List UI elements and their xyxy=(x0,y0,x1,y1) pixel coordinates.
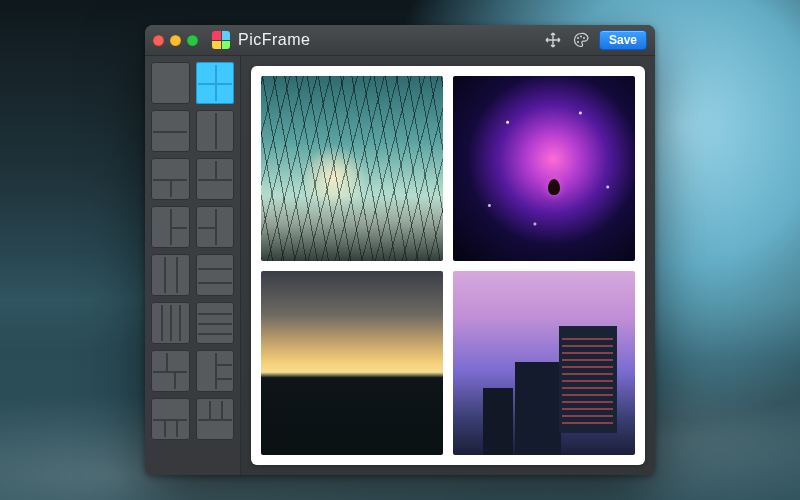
app-window: PicFrame Save xyxy=(145,25,655,475)
app-logo-icon xyxy=(212,31,230,49)
svg-point-1 xyxy=(580,36,582,38)
layout-template-4-rows[interactable] xyxy=(196,302,235,344)
collage-canvas[interactable] xyxy=(251,66,645,465)
layout-template-2v-beside-1[interactable] xyxy=(196,206,235,248)
layout-template-2-over-1[interactable] xyxy=(196,158,235,200)
layout-template-1-over-1[interactable] xyxy=(151,110,190,152)
canvas-area xyxy=(241,56,655,475)
svg-point-2 xyxy=(583,37,585,39)
layout-template-1-beside-1[interactable] xyxy=(196,110,235,152)
photo-slot-3[interactable] xyxy=(261,271,443,456)
close-window-button[interactable] xyxy=(153,35,164,46)
layout-templates-sidebar xyxy=(145,56,241,475)
layout-template-3h-plus-1[interactable] xyxy=(196,398,235,440)
layout-template-1x1[interactable] xyxy=(151,62,190,104)
layout-template-1-over-2[interactable] xyxy=(151,158,190,200)
layout-template-1-plus-3h[interactable] xyxy=(151,398,190,440)
desktop-wallpaper: PicFrame Save xyxy=(0,0,800,500)
photo-slot-1[interactable] xyxy=(261,76,443,261)
titlebar: PicFrame Save xyxy=(145,25,655,56)
svg-point-0 xyxy=(577,37,579,39)
layout-template-1-beside-2v[interactable] xyxy=(151,206,190,248)
svg-point-3 xyxy=(577,41,579,43)
app-body xyxy=(145,56,655,475)
zoom-window-button[interactable] xyxy=(187,35,198,46)
window-controls xyxy=(153,35,198,46)
save-button[interactable]: Save xyxy=(599,30,647,50)
palette-tool-icon[interactable] xyxy=(571,30,591,50)
minimize-window-button[interactable] xyxy=(170,35,181,46)
move-tool-icon[interactable] xyxy=(543,30,563,50)
layout-template-2x2[interactable] xyxy=(196,62,235,104)
layout-template-3-rows[interactable] xyxy=(196,254,235,296)
photo-slot-2[interactable] xyxy=(453,76,635,261)
layout-template-2-over-2-alt[interactable] xyxy=(151,350,190,392)
layout-template-4-cols[interactable] xyxy=(151,302,190,344)
layout-template-1-plus-3v[interactable] xyxy=(196,350,235,392)
photo-slot-4[interactable] xyxy=(453,271,635,456)
layout-template-3-cols[interactable] xyxy=(151,254,190,296)
app-title: PicFrame xyxy=(238,31,310,49)
